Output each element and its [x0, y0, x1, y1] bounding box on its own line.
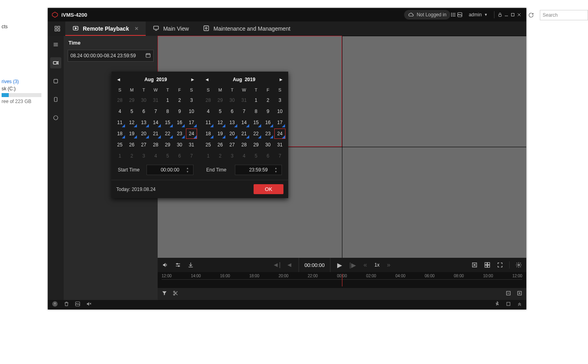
- user-menu[interactable]: admin▼: [465, 10, 492, 19]
- calendar-day[interactable]: 22: [162, 128, 174, 139]
- maximize-icon[interactable]: [510, 12, 516, 18]
- explorer-disk[interactable]: sk (C:): [0, 85, 48, 92]
- calendar-day[interactable]: 29: [250, 139, 262, 150]
- calendar-day[interactable]: 5: [162, 150, 174, 162]
- calendar-day[interactable]: 25: [202, 139, 214, 150]
- calendar-day[interactable]: 14: [150, 117, 162, 128]
- calendar-day[interactable]: 19: [126, 128, 138, 139]
- calendar-day[interactable]: 12: [126, 117, 138, 128]
- fullscreen-icon[interactable]: [496, 261, 504, 269]
- calendar-day[interactable]: 2: [214, 150, 226, 162]
- calendar-day[interactable]: 4: [114, 106, 126, 117]
- spinner-icon[interactable]: ▴▾: [275, 166, 280, 174]
- grid-icon[interactable]: [49, 21, 65, 36]
- calendar-day[interactable]: 1: [114, 150, 126, 162]
- calendar-day[interactable]: 2: [174, 95, 186, 106]
- spinner-icon[interactable]: ▴▾: [187, 166, 191, 174]
- calendar-day[interactable]: 5: [214, 106, 226, 117]
- calendar-day[interactable]: 31: [274, 139, 286, 150]
- calendar-day[interactable]: 24: [186, 128, 197, 139]
- calendar-day[interactable]: 26: [214, 139, 226, 150]
- calendar-day[interactable]: 7: [150, 106, 162, 117]
- mute-icon[interactable]: [86, 301, 92, 308]
- rewind-icon[interactable]: «: [361, 261, 369, 269]
- calendar-day[interactable]: 22: [250, 128, 262, 139]
- calendar-day[interactable]: 5: [250, 150, 262, 162]
- cal-prev-icon[interactable]: ◄: [205, 77, 209, 82]
- calendar-day[interactable]: 11: [114, 117, 126, 128]
- tab-main-view[interactable]: Main View: [146, 21, 196, 36]
- calendar-day[interactable]: 6: [262, 150, 274, 162]
- calendar-day[interactable]: 14: [238, 117, 250, 128]
- calendar-day[interactable]: 18: [202, 128, 214, 139]
- date-range-input[interactable]: 08.24 00:00:00-08.24 23:59:59: [68, 50, 154, 62]
- download-icon[interactable]: [187, 261, 194, 269]
- calendar-day[interactable]: 30: [174, 139, 186, 150]
- login-status-button[interactable]: Not Logged in: [404, 10, 451, 19]
- calendar-day[interactable]: 19: [214, 128, 226, 139]
- fastforward-icon[interactable]: »: [385, 261, 392, 269]
- calendar-day[interactable]: 9: [262, 106, 274, 117]
- calendar-day[interactable]: 30: [262, 139, 274, 150]
- calendar-day[interactable]: 2: [126, 150, 138, 162]
- timeline[interactable]: 12:0014:0016:0018:0020:0022:0000:0002:00…: [158, 272, 526, 288]
- calendar-day[interactable]: 8: [162, 106, 174, 117]
- calendar-day[interactable]: 3: [274, 95, 286, 106]
- minus-box-icon[interactable]: [506, 290, 511, 298]
- calendar-day[interactable]: 15: [162, 117, 174, 128]
- cal-next-icon[interactable]: ►: [279, 77, 283, 82]
- calendar-day[interactable]: 1: [250, 95, 262, 106]
- list-icon[interactable]: [450, 12, 457, 18]
- calendar-day[interactable]: 28: [114, 95, 126, 106]
- calendar-day[interactable]: 4: [150, 150, 162, 162]
- calendar-day[interactable]: 9: [174, 106, 186, 117]
- lock-icon[interactable]: [497, 12, 503, 18]
- calendar-day[interactable]: 2: [262, 95, 274, 106]
- calendar-day[interactable]: 10: [274, 106, 286, 117]
- host-search-input[interactable]: Search: [540, 10, 588, 20]
- calendar-day[interactable]: 31: [238, 95, 250, 106]
- calendar-day[interactable]: 6: [138, 106, 150, 117]
- calendar-day[interactable]: 10: [186, 106, 197, 117]
- calendar-day[interactable]: 13: [226, 117, 238, 128]
- calendar-day[interactable]: 26: [126, 139, 138, 150]
- calendar-day[interactable]: 30: [138, 95, 150, 106]
- trash-icon[interactable]: [64, 301, 69, 308]
- start-time-input[interactable]: 00:00:00 ▴▾: [147, 165, 193, 175]
- gear-icon[interactable]: [515, 261, 522, 269]
- refresh-icon[interactable]: [526, 10, 536, 20]
- alert-icon[interactable]: [52, 301, 58, 309]
- calendar-day[interactable]: 7: [274, 150, 286, 162]
- playback-speed[interactable]: 1x: [374, 262, 379, 268]
- sliders-icon[interactable]: [174, 261, 182, 269]
- tab-maintenance[interactable]: Maintenance and Management: [196, 21, 297, 36]
- calendar-day[interactable]: 28: [150, 139, 162, 150]
- calendar-day[interactable]: 31: [186, 139, 197, 150]
- calendar-day[interactable]: 23: [262, 128, 274, 139]
- calendar-day[interactable]: 28: [202, 95, 214, 106]
- window-icon[interactable]: [506, 301, 511, 308]
- rail-camera-icon[interactable]: [50, 57, 61, 68]
- volume-icon[interactable]: [162, 261, 169, 269]
- calendar-day[interactable]: 7: [238, 106, 250, 117]
- plus-box-icon[interactable]: [517, 290, 522, 298]
- explorer-drives[interactable]: rives (3): [0, 78, 48, 85]
- rail-event-icon[interactable]: [50, 76, 61, 87]
- close-view-icon[interactable]: [471, 261, 478, 269]
- calendar-day[interactable]: 20: [226, 128, 238, 139]
- cal-next-icon[interactable]: ►: [190, 77, 195, 82]
- image-icon[interactable]: [457, 12, 463, 18]
- calendar-day[interactable]: 6: [174, 150, 186, 162]
- tab-remote-playback[interactable]: Remote Playback ✕: [65, 21, 146, 36]
- rail-menu-icon[interactable]: [50, 39, 61, 50]
- calendar-day[interactable]: 13: [138, 117, 150, 128]
- timeline-playhead[interactable]: [342, 274, 342, 286]
- calendar-day[interactable]: 31: [150, 95, 162, 106]
- calendar-day[interactable]: 17: [274, 117, 286, 128]
- rail-atm-icon[interactable]: [50, 112, 61, 123]
- ok-button[interactable]: OK: [254, 184, 283, 194]
- end-time-input[interactable]: 23:59:59 ▴▾: [235, 165, 282, 175]
- calendar-day[interactable]: 23: [174, 128, 186, 139]
- calendar-day[interactable]: 3: [138, 150, 150, 162]
- calendar-day[interactable]: 16: [262, 117, 274, 128]
